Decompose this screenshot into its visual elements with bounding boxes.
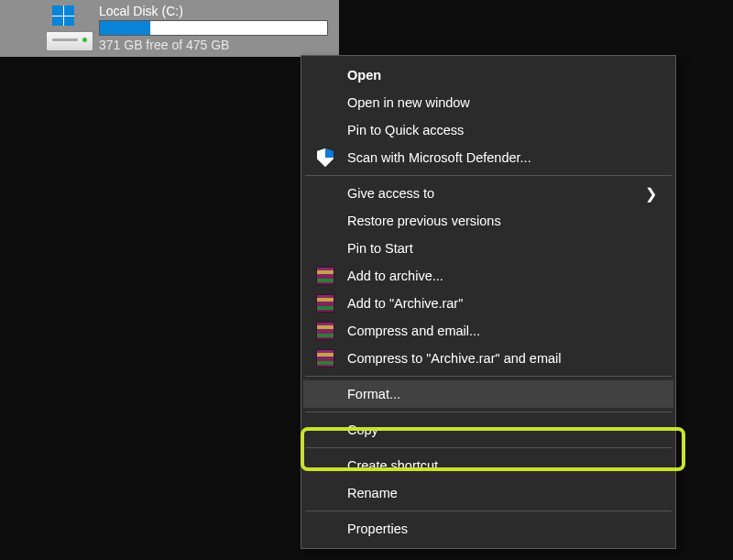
menu-label: Pin to Start [347, 241, 413, 256]
menu-label: Restore previous versions [347, 214, 501, 228]
menu-add-archive[interactable]: Add to archive... [303, 262, 673, 290]
menu-rename[interactable]: Rename [303, 479, 673, 507]
menu-compress-rar-email[interactable]: Compress to "Archive.rar" and email [303, 345, 673, 372]
menu-open-new-window[interactable]: Open in new window [303, 89, 673, 116]
menu-pin-start[interactable]: Pin to Start [303, 235, 673, 262]
winrar-icon [316, 294, 334, 313]
separator [305, 412, 672, 412]
menu-create-shortcut[interactable]: Create shortcut [303, 452, 673, 479]
separator [305, 447, 672, 448]
drive-row[interactable]: Local Disk (C:) 371 GB free of 475 GB [0, 0, 339, 57]
menu-pin-quick-access[interactable]: Pin to Quick access [303, 116, 673, 144]
menu-label: Open in new window [347, 95, 470, 110]
winrar-icon [316, 267, 334, 285]
menu-label: Compress to "Archive.rar" and email [347, 351, 562, 366]
menu-scan-defender[interactable]: Scan with Microsoft Defender... [303, 144, 673, 171]
menu-label: Scan with Microsoft Defender... [347, 150, 531, 165]
menu-label: Give access to [347, 186, 434, 201]
capacity-bar [99, 20, 328, 36]
menu-label: Open [347, 68, 381, 82]
menu-label: Properties [347, 522, 408, 536]
menu-label: Create shortcut [347, 458, 438, 473]
menu-open[interactable]: Open [303, 61, 673, 89]
drive-icon [46, 5, 92, 51]
menu-label: Format... [347, 387, 400, 401]
menu-label: Copy [347, 423, 378, 437]
menu-label: Rename [347, 486, 398, 500]
separator [305, 376, 672, 377]
menu-add-archive-rar[interactable]: Add to "Archive.rar" [303, 290, 673, 317]
defender-shield-icon [316, 148, 334, 167]
separator [305, 175, 672, 176]
winrar-icon [316, 349, 334, 368]
menu-copy[interactable]: Copy [303, 416, 673, 444]
drive-info: Local Disk (C:) 371 GB free of 475 GB [99, 4, 328, 52]
drive-name: Local Disk (C:) [99, 4, 328, 18]
menu-label: Add to "Archive.rar" [347, 296, 463, 311]
menu-label: Compress and email... [347, 324, 480, 338]
drive-free-text: 371 GB free of 475 GB [99, 38, 328, 52]
menu-give-access[interactable]: Give access to❯ [303, 180, 673, 207]
menu-compress-email[interactable]: Compress and email... [303, 317, 673, 345]
menu-label: Add to archive... [347, 269, 443, 283]
menu-properties[interactable]: Properties [303, 515, 673, 543]
menu-restore-versions[interactable]: Restore previous versions [303, 207, 673, 235]
separator [305, 511, 672, 511]
menu-label: Pin to Quick access [347, 123, 464, 137]
winrar-icon [316, 322, 334, 340]
submenu-arrow-icon: ❯ [645, 185, 657, 203]
menu-format[interactable]: Format... [303, 380, 673, 408]
context-menu: Open Open in new window Pin to Quick acc… [301, 55, 676, 549]
